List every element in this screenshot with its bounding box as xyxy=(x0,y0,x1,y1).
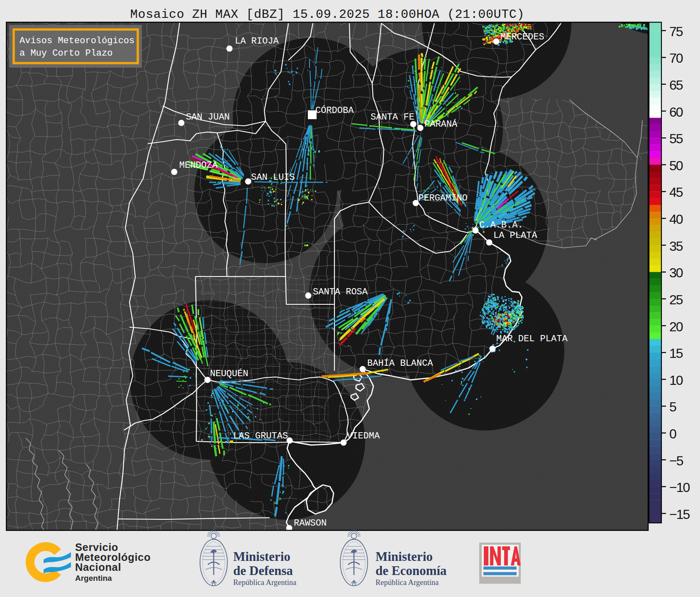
svg-text:Argentina: Argentina xyxy=(75,574,112,582)
svg-text:MAR DEL PLATA: MAR DEL PLATA xyxy=(496,334,568,344)
svg-text:LA RIOJA: LA RIOJA xyxy=(235,36,279,46)
svg-text:SAN JUAN: SAN JUAN xyxy=(186,112,230,122)
svg-text:a Muy Corto Plazo: a Muy Corto Plazo xyxy=(20,48,112,59)
svg-text:55: 55 xyxy=(669,131,683,146)
svg-text:VIEDMA: VIEDMA xyxy=(347,431,380,441)
svg-text:MERCEDES: MERCEDES xyxy=(500,32,544,42)
svg-text:SANTA ROSA: SANTA ROSA xyxy=(313,287,368,297)
svg-text:de Defensa: de Defensa xyxy=(233,563,293,578)
svg-text:PARANÁ: PARANÁ xyxy=(424,119,458,130)
svg-text:25: 25 xyxy=(669,292,683,307)
svg-text:Ministerio: Ministerio xyxy=(376,549,433,564)
svg-text:70: 70 xyxy=(669,51,683,66)
svg-text:65: 65 xyxy=(669,78,683,93)
svg-text:−5: −5 xyxy=(669,453,683,468)
svg-text:20: 20 xyxy=(669,319,683,334)
svg-text:45: 45 xyxy=(669,185,683,200)
svg-text:75: 75 xyxy=(669,24,683,39)
svg-text:40: 40 xyxy=(669,212,683,227)
svg-text:CÓRDOBA: CÓRDOBA xyxy=(315,105,354,116)
svg-text:RAWSON: RAWSON xyxy=(294,518,327,528)
svg-text:0: 0 xyxy=(669,426,676,441)
svg-text:−15: −15 xyxy=(669,507,690,522)
svg-text:República Argentina: República Argentina xyxy=(233,578,296,587)
svg-text:MENDOZA: MENDOZA xyxy=(179,160,218,171)
svg-text:10: 10 xyxy=(669,373,683,388)
svg-text:de Economía: de Economía xyxy=(376,563,447,578)
svg-text:Ministerio: Ministerio xyxy=(233,549,290,564)
svg-text:C.A.B.A.: C.A.B.A. xyxy=(479,220,523,230)
svg-text:Avisos Meteorológicos: Avisos Meteorológicos xyxy=(20,36,134,46)
svg-text:30: 30 xyxy=(669,265,683,280)
svg-text:SAN LUIS: SAN LUIS xyxy=(251,172,295,183)
svg-text:República Argentina: República Argentina xyxy=(376,578,439,587)
svg-text:SANTA FE: SANTA FE xyxy=(371,112,415,122)
svg-text:60: 60 xyxy=(669,105,683,120)
svg-text:LA PLATA: LA PLATA xyxy=(493,230,537,241)
svg-text:BAHÍA BLANCA: BAHÍA BLANCA xyxy=(367,358,433,369)
svg-text:LAS GRUTAS: LAS GRUTAS xyxy=(233,431,288,441)
svg-text:NEUQUÉN: NEUQUÉN xyxy=(210,368,248,379)
svg-text:Nacional: Nacional xyxy=(75,561,121,573)
svg-text:35: 35 xyxy=(669,239,683,254)
svg-text:5: 5 xyxy=(669,399,676,414)
svg-text:Mosaico ZH MAX [dBZ] 15.09.202: Mosaico ZH MAX [dBZ] 15.09.2025 18:00HOA… xyxy=(130,7,524,22)
svg-text:PERGAMINO: PERGAMINO xyxy=(418,193,468,203)
svg-text:−10: −10 xyxy=(669,480,690,495)
svg-text:15: 15 xyxy=(669,346,683,361)
svg-text:50: 50 xyxy=(669,158,683,173)
